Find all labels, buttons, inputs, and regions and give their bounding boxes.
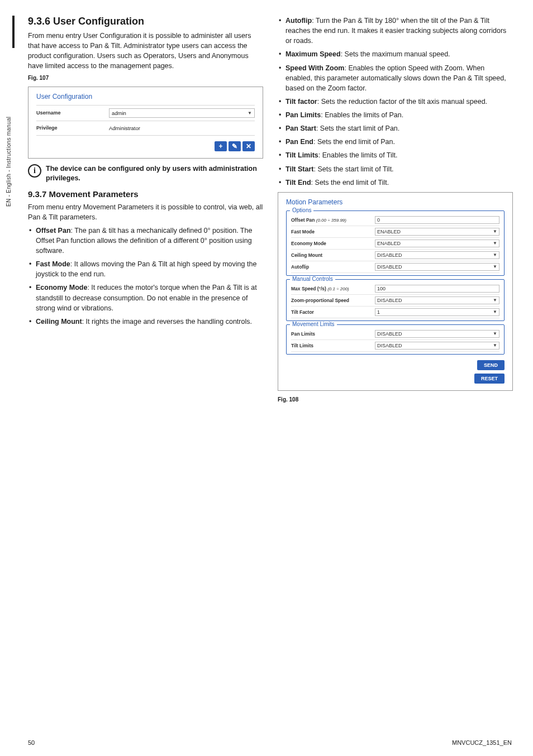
right-bullets: Autoflip: Turn the Pan & Tilt by 180° wh… — [278, 16, 513, 188]
offset-input[interactable]: 0 — [375, 216, 499, 224]
list-item: Tilt End: Sets the end limit of Tilt. — [278, 178, 513, 188]
doc-code: MNVCUCZ_1351_EN — [452, 739, 512, 746]
left-bullets: Offset Pan: The pan & tilt has a mechani… — [28, 226, 263, 327]
auto-select[interactable]: DISABLED▼ — [375, 263, 499, 271]
ss1-username-label: Username — [36, 110, 109, 116]
offset-range: (0.00 ÷ 359.99) — [315, 218, 346, 223]
motion-params-screenshot: Motion Parameters Options Offset Pan (0.… — [278, 192, 513, 391]
ceil-select[interactable]: DISABLED▼ — [375, 251, 499, 259]
fast-select[interactable]: ENABLED▼ — [375, 228, 499, 236]
auto-label: Autoflip — [291, 264, 375, 270]
send-button[interactable]: SEND — [477, 360, 505, 370]
caret-icon: ▼ — [493, 264, 497, 269]
list-item: Tilt Limits: Enables the limits of Tilt. — [278, 150, 513, 160]
caret-icon: ▼ — [493, 252, 497, 257]
section-936-body: From menu entry User Configuration it is… — [28, 31, 263, 71]
page-number: 50 — [28, 739, 35, 746]
caret-icon: ▼ — [493, 343, 497, 348]
list-item: Pan Limits: Enables the limits of Pan. — [278, 110, 513, 120]
section-937-body: From menu entry Movement Parameters it i… — [28, 202, 263, 222]
add-button[interactable]: + — [215, 141, 227, 151]
caret-icon: ▼ — [248, 111, 252, 116]
caret-icon: ▼ — [493, 331, 497, 336]
caret-icon: ▼ — [493, 298, 497, 303]
user-config-screenshot: User Configuration Username admin▼ Privi… — [28, 87, 263, 159]
manual-fieldset: Manual Controls Max Speed (°/s) (0.1 ÷ 2… — [286, 279, 505, 321]
fig-108-caption: Fig. 108 — [278, 396, 513, 403]
caret-icon: ▼ — [493, 229, 497, 234]
side-text: EN - English - Instructions manual — [6, 50, 13, 207]
ss1-privilege-val: Administrator — [109, 124, 255, 132]
section-936-heading: 9.3.6 User Configuration — [28, 16, 263, 27]
panl-select[interactable]: DISABLED▼ — [375, 330, 499, 338]
left-column: 9.3.6 User Configuration From menu entry… — [28, 16, 263, 408]
econ-label: Economy Mode — [291, 241, 375, 246]
zoom-select[interactable]: DISABLED▼ — [375, 296, 499, 304]
maxs-input[interactable]: 100 — [375, 285, 499, 293]
fast-label: Fast Mode — [291, 229, 375, 235]
margin-tab — [12, 16, 15, 48]
tiltf-label: Tilt Factor — [291, 309, 375, 315]
info-text: The device can be configured only by use… — [46, 164, 263, 184]
caret-icon: ▼ — [493, 241, 497, 246]
ss1-privilege-label: Privilege — [36, 125, 109, 131]
list-item: Autoflip: Turn the Pan & Tilt by 180° wh… — [278, 16, 513, 46]
info-icon: i — [28, 164, 41, 178]
ss1-username-select[interactable]: admin▼ — [109, 108, 255, 118]
maxs-range: (0.1 ÷ 200) — [326, 286, 349, 291]
maxs-label: Max Speed (°/s) — [291, 286, 326, 291]
zoom-label: Zoom-proportional Speed — [291, 298, 375, 303]
list-item: Tilt factor: Sets the reduction factor o… — [278, 97, 513, 107]
fig-107-caption: Fig. 107 — [28, 75, 263, 81]
options-fieldset: Options Offset Pan (0.00 ÷ 359.99)0 Fast… — [286, 210, 505, 276]
delete-button[interactable]: ✕ — [242, 141, 255, 151]
right-column: Autoflip: Turn the Pan & Tilt by 180° wh… — [278, 16, 513, 408]
tiltl-select[interactable]: DISABLED▼ — [375, 342, 499, 350]
ss2-title: Motion Parameters — [286, 198, 505, 206]
ss1-username-val: admin — [112, 110, 126, 116]
ceil-label: Ceiling Mount — [291, 252, 375, 258]
page-footer: 50 MNVCUCZ_1351_EN — [12, 739, 513, 746]
list-item: Offset Pan: The pan & tilt has a mechani… — [28, 226, 263, 256]
list-item: Maximum Speed: Sets the maximum manual s… — [278, 49, 513, 59]
list-item: Economy Mode: It reduces the motor's tor… — [28, 283, 263, 313]
list-item: Speed With Zoom: Enables the option Spee… — [278, 63, 513, 93]
limits-fieldset: Movement Limits Pan LimitsDISABLED▼ Tilt… — [286, 324, 505, 355]
list-item: Ceiling Mount: It rights the image and r… — [28, 317, 263, 327]
list-item: Pan End: Sets the end limit of Pan. — [278, 137, 513, 147]
options-legend: Options — [290, 207, 313, 213]
ss1-title: User Configuration — [36, 93, 255, 101]
caret-icon: ▼ — [493, 309, 497, 314]
limits-legend: Movement Limits — [290, 321, 337, 327]
tiltl-label: Tilt Limits — [291, 343, 375, 348]
tiltf-select[interactable]: 1▼ — [375, 308, 499, 316]
offset-label: Offset Pan — [291, 217, 315, 223]
list-item: Pan Start: Sets the start limit of Pan. — [278, 123, 513, 133]
reset-button[interactable]: RESET — [474, 374, 505, 384]
panl-label: Pan Limits — [291, 331, 375, 337]
list-item: Tilt Start: Sets the start limit of Tilt… — [278, 164, 513, 174]
list-item: Fast Mode: It allows moving the Pan & Ti… — [28, 259, 263, 279]
econ-select[interactable]: ENABLED▼ — [375, 240, 499, 247]
manual-legend: Manual Controls — [290, 276, 335, 282]
section-937-heading: 9.3.7 Movement Parameters — [28, 189, 263, 199]
info-box: i The device can be configured only by u… — [28, 164, 263, 184]
edit-button[interactable]: ✎ — [229, 141, 241, 151]
